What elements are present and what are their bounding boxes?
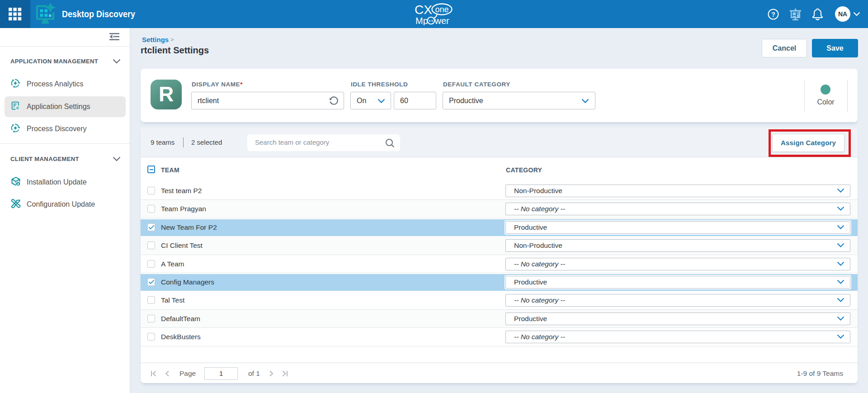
svg-text:?: ? (771, 11, 775, 18)
svg-text:Mp: Mp (415, 16, 428, 26)
svg-text:wer: wer (434, 16, 450, 26)
svg-text:one: one (435, 5, 448, 14)
svg-text:CX: CX (415, 3, 432, 17)
